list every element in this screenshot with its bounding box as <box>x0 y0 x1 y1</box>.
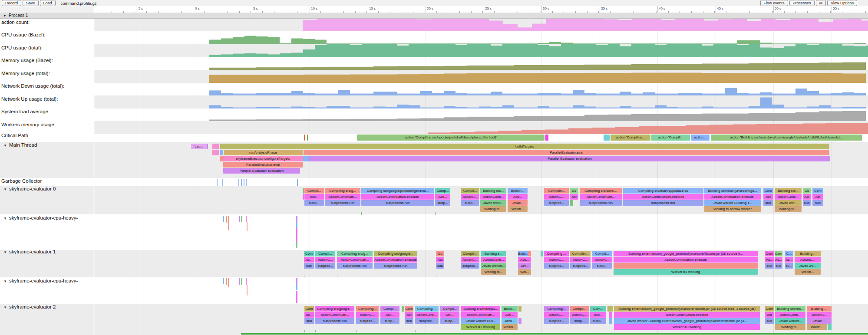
event-bar[interactable]: Compi... <box>380 306 399 312</box>
event-bar[interactable]: Com <box>405 306 413 312</box>
event-bar[interactable]: ActionContinuati... <box>315 312 354 318</box>
event-bar[interactable] <box>607 306 613 312</box>
event-bar[interactable]: Comp... <box>435 188 450 194</box>
trace-mark[interactable] <box>241 216 242 222</box>
event-bar[interactable]: Javac wo... <box>795 263 821 269</box>
event-bar[interactable] <box>303 188 304 194</box>
event-bar[interactable]: Act <box>812 194 823 200</box>
event-bar[interactable]: Ac... <box>775 257 782 263</box>
event-bar[interactable]: Building external/com_google_protobuf/ja… <box>614 251 758 256</box>
event-bar[interactable]: ActionC... <box>544 312 569 318</box>
event-bar[interactable]: Act <box>405 312 413 318</box>
trace-mark[interactable] <box>223 278 224 284</box>
event-bar[interactable]: ActionContinuati... <box>337 257 373 263</box>
trace-mark[interactable] <box>228 216 229 230</box>
event-bar[interactable]: action 'Compili... <box>651 135 690 141</box>
event-bar[interactable] <box>303 194 304 200</box>
trace-mark[interactable] <box>246 278 247 285</box>
gc-event-tick[interactable] <box>297 179 298 186</box>
event-bar[interactable]: subp... <box>570 318 589 324</box>
event-bar[interactable]: Compil... <box>440 306 459 312</box>
event-bar[interactable]: Waiting to... <box>775 324 805 330</box>
event-bar[interactable] <box>518 318 521 324</box>
event-bar[interactable]: Worker #3 working <box>614 324 760 330</box>
event-bar[interactable]: ActionContinuation.execute <box>704 194 761 200</box>
event-bar[interactable]: Acti... <box>502 312 518 318</box>
processes-button[interactable]: Processes <box>789 0 815 6</box>
gc-event-tick[interactable] <box>246 179 247 186</box>
event-bar[interactable]: subproc... <box>544 263 569 269</box>
trace-mark[interactable] <box>296 228 297 242</box>
load-button[interactable]: Load <box>40 0 56 6</box>
event-bar[interactable]: Building... <box>795 251 821 256</box>
trace-mark[interactable] <box>223 216 224 222</box>
event-bar[interactable]: Java... <box>502 318 518 324</box>
trace-mark[interactable] <box>226 216 227 223</box>
record-button[interactable]: Record <box>2 0 21 6</box>
event-bar[interactable]: C... <box>785 251 793 256</box>
event-bar[interactable]: Waitin... <box>508 206 528 212</box>
event-bar[interactable]: Com <box>304 306 314 312</box>
event-bar[interactable]: Parallel Evaluator evaluation <box>223 168 300 174</box>
event-bar[interactable]: Acti... <box>518 257 531 263</box>
event-bar[interactable]: ActionC... <box>570 257 591 263</box>
event-bar[interactable]: ActionContinuati... <box>461 312 500 318</box>
event-bar[interactable]: Acti... <box>435 194 450 200</box>
trace-mark[interactable] <box>296 291 297 303</box>
event-bar[interactable]: Javac worker Buil... <box>461 318 500 324</box>
track-group-skyframe-evaluator-cpu-heavy[interactable]: ▼skyframe-evaluator-cpu-heavy- <box>3 278 78 285</box>
event-bar[interactable] <box>212 150 219 155</box>
event-bar[interactable]: Parallel Evaluator evaluation <box>309 156 830 161</box>
event-bar[interactable]: Co <box>803 188 811 194</box>
event-bar[interactable]: Building ... <box>807 306 832 312</box>
event-bar[interactable]: Compiling src/main/cpp/blaze.cc <box>623 188 703 194</box>
counter-memory-usage-total[interactable] <box>0 70 868 83</box>
event-bar[interactable]: Com... <box>590 306 606 312</box>
event-bar[interactable]: Act <box>436 257 444 263</box>
event-bar[interactable]: ActionConti... <box>415 312 439 318</box>
event-bar[interactable]: subp... <box>592 263 612 269</box>
event-bar[interactable]: sub <box>304 263 314 269</box>
event-bar[interactable]: sub <box>765 263 774 269</box>
event-bar[interactable]: ActionContinuation.execute <box>623 194 703 200</box>
event-bar[interactable] <box>541 251 543 256</box>
event-bar[interactable]: Com <box>812 188 823 194</box>
counter-network-down-usage[interactable] <box>0 83 868 95</box>
event-bar[interactable]: Act <box>765 312 774 318</box>
trace-mark[interactable] <box>304 275 304 278</box>
event-bar[interactable]: subp... <box>304 200 324 206</box>
gc-event-tick[interactable] <box>244 179 244 186</box>
event-bar[interactable]: Compiling ... <box>544 251 569 256</box>
event-bar[interactable]: subp... <box>435 200 450 206</box>
event-bar[interactable] <box>220 150 223 155</box>
trace-mark[interactable] <box>361 212 362 215</box>
event-bar[interactable]: subproc... <box>461 263 479 269</box>
event-bar[interactable]: Waiting to... <box>480 206 506 212</box>
event-bar[interactable]: skyframeExecutor.configureTargets <box>223 156 303 161</box>
gc-event-tick[interactable] <box>217 179 218 186</box>
event-bar[interactable] <box>609 318 612 324</box>
event-bar[interactable]: Worker #1 working <box>614 269 758 275</box>
flow-events-button[interactable]: Flow events <box>760 0 788 6</box>
event-bar[interactable]: ActionConti... <box>480 194 506 200</box>
event-bar[interactable]: Compiling src/g... <box>325 188 360 194</box>
event-bar[interactable]: subprocess.run <box>623 200 703 206</box>
event-bar[interactable]: Waitin... <box>502 324 518 330</box>
event-bar[interactable]: subp... <box>380 318 399 324</box>
event-bar[interactable]: Javac worker Building s... <box>704 200 761 206</box>
event-bar[interactable]: sub <box>436 263 444 269</box>
track-group-skyframe-evaluator-1[interactable]: ▼skyframe-evaluator 1 <box>3 249 56 256</box>
event-bar[interactable]: ActionContinuati... <box>580 194 622 200</box>
event-bar[interactable]: ParallelEvaluator.eval <box>223 162 303 168</box>
counter-workers-memory-usage[interactable] <box>0 121 868 134</box>
save-button[interactable]: Save <box>23 0 39 6</box>
event-bar[interactable] <box>303 156 309 161</box>
event-bar[interactable]: buildTargets <box>220 144 829 149</box>
event-bar[interactable]: sub <box>775 263 782 269</box>
event-bar[interactable]: ActionContinuation.execute <box>374 257 417 263</box>
event-bar[interactable]: subproc... <box>315 263 335 269</box>
event-bar[interactable]: Waiting to... <box>775 206 802 212</box>
event-bar[interactable] <box>220 156 223 161</box>
trace-mark[interactable] <box>435 212 436 215</box>
event-bar[interactable]: subprocess.run <box>580 200 622 206</box>
